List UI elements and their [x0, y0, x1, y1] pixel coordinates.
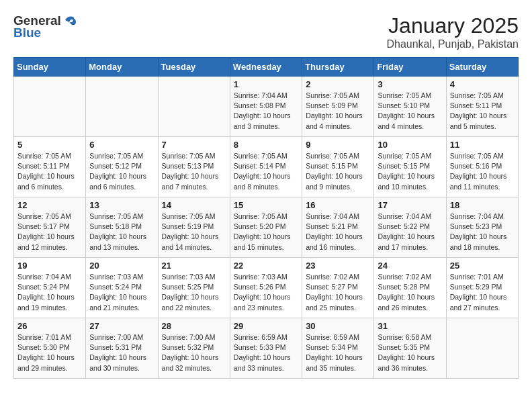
day-number: 23 — [306, 261, 370, 271]
weekday-header: Tuesday — [158, 58, 230, 77]
calendar-cell: 22Sunrise: 7:03 AM Sunset: 5:26 PM Dayli… — [230, 258, 302, 318]
calendar-cell: 9Sunrise: 7:05 AM Sunset: 5:15 PM Daylig… — [302, 137, 374, 197]
calendar-cell: 19Sunrise: 7:04 AM Sunset: 5:24 PM Dayli… — [14, 258, 86, 318]
day-info: Sunrise: 6:59 AM Sunset: 5:34 PM Dayligh… — [306, 332, 370, 373]
day-info: Sunrise: 7:05 AM Sunset: 5:19 PM Dayligh… — [162, 212, 226, 253]
day-number: 7 — [162, 140, 226, 150]
calendar-cell: 14Sunrise: 7:05 AM Sunset: 5:19 PM Dayli… — [158, 197, 230, 258]
day-number: 20 — [89, 261, 154, 271]
calendar-cell: 13Sunrise: 7:05 AM Sunset: 5:18 PM Dayli… — [86, 197, 158, 258]
day-number: 5 — [17, 140, 82, 150]
logo-blue-text: Blue — [13, 26, 41, 40]
calendar-week-row: 19Sunrise: 7:04 AM Sunset: 5:24 PM Dayli… — [14, 258, 519, 318]
calendar-week-row: 26Sunrise: 7:01 AM Sunset: 5:30 PM Dayli… — [14, 318, 519, 379]
day-info: Sunrise: 7:04 AM Sunset: 5:08 PM Dayligh… — [234, 91, 298, 132]
day-info: Sunrise: 7:05 AM Sunset: 5:20 PM Dayligh… — [234, 212, 298, 253]
calendar-cell: 7Sunrise: 7:05 AM Sunset: 5:13 PM Daylig… — [158, 137, 230, 197]
calendar-cell: 25Sunrise: 7:01 AM Sunset: 5:29 PM Dayli… — [446, 258, 518, 318]
day-info: Sunrise: 7:05 AM Sunset: 5:14 PM Dayligh… — [234, 151, 298, 192]
day-number: 10 — [378, 140, 442, 150]
weekday-header: Saturday — [446, 58, 518, 77]
calendar-cell — [158, 77, 230, 137]
day-number: 2 — [306, 79, 370, 89]
day-number: 11 — [450, 140, 515, 150]
calendar-cell: 23Sunrise: 7:02 AM Sunset: 5:27 PM Dayli… — [302, 258, 374, 318]
day-number: 4 — [450, 79, 515, 89]
day-info: Sunrise: 7:04 AM Sunset: 5:24 PM Dayligh… — [17, 272, 82, 313]
day-number: 3 — [378, 79, 442, 89]
day-info: Sunrise: 7:00 AM Sunset: 5:32 PM Dayligh… — [162, 332, 226, 373]
day-info: Sunrise: 7:05 AM Sunset: 5:15 PM Dayligh… — [306, 151, 370, 192]
calendar-cell: 31Sunrise: 6:58 AM Sunset: 5:35 PM Dayli… — [374, 318, 446, 379]
calendar-cell: 30Sunrise: 6:59 AM Sunset: 5:34 PM Dayli… — [302, 318, 374, 379]
calendar-cell: 16Sunrise: 7:04 AM Sunset: 5:21 PM Dayli… — [302, 197, 374, 258]
day-number: 21 — [162, 261, 226, 271]
day-number: 25 — [450, 261, 515, 271]
day-info: Sunrise: 7:03 AM Sunset: 5:24 PM Dayligh… — [89, 272, 154, 313]
day-number: 14 — [162, 200, 226, 210]
day-info: Sunrise: 7:05 AM Sunset: 5:09 PM Dayligh… — [306, 91, 370, 132]
day-info: Sunrise: 7:01 AM Sunset: 5:30 PM Dayligh… — [17, 332, 82, 373]
day-number: 24 — [378, 261, 442, 271]
day-info: Sunrise: 7:05 AM Sunset: 5:17 PM Dayligh… — [17, 212, 82, 253]
day-info: Sunrise: 7:04 AM Sunset: 5:21 PM Dayligh… — [306, 212, 370, 253]
day-info: Sunrise: 7:05 AM Sunset: 5:11 PM Dayligh… — [17, 151, 82, 192]
day-number: 18 — [450, 200, 515, 210]
day-info: Sunrise: 7:04 AM Sunset: 5:22 PM Dayligh… — [378, 212, 442, 253]
calendar-cell — [446, 318, 518, 379]
day-number: 28 — [162, 321, 226, 331]
day-info: Sunrise: 7:05 AM Sunset: 5:16 PM Dayligh… — [450, 151, 515, 192]
logo: General Blue — [13, 13, 77, 40]
day-number: 15 — [234, 200, 298, 210]
calendar-cell: 15Sunrise: 7:05 AM Sunset: 5:20 PM Dayli… — [230, 197, 302, 258]
day-number: 6 — [89, 140, 154, 150]
calendar-cell: 28Sunrise: 7:00 AM Sunset: 5:32 PM Dayli… — [158, 318, 230, 379]
day-info: Sunrise: 7:03 AM Sunset: 5:25 PM Dayligh… — [162, 272, 226, 313]
calendar-table: SundayMondayTuesdayWednesdayThursdayFrid… — [13, 57, 519, 379]
calendar-cell — [14, 77, 86, 137]
weekday-header: Friday — [374, 58, 446, 77]
calendar-cell: 1Sunrise: 7:04 AM Sunset: 5:08 PM Daylig… — [230, 77, 302, 137]
day-info: Sunrise: 7:04 AM Sunset: 5:23 PM Dayligh… — [450, 212, 515, 253]
calendar-subtitle: Dhaunkal, Punjab, Pakistan — [386, 38, 519, 50]
calendar-week-row: 12Sunrise: 7:05 AM Sunset: 5:17 PM Dayli… — [14, 197, 519, 258]
day-number: 19 — [17, 261, 82, 271]
calendar-title: January 2025 — [386, 13, 519, 38]
day-info: Sunrise: 7:05 AM Sunset: 5:12 PM Dayligh… — [89, 151, 154, 192]
day-info: Sunrise: 6:59 AM Sunset: 5:33 PM Dayligh… — [234, 332, 298, 373]
day-number: 17 — [378, 200, 442, 210]
day-number: 9 — [306, 140, 370, 150]
calendar-cell — [86, 77, 158, 137]
weekday-header: Monday — [86, 58, 158, 77]
day-info: Sunrise: 7:05 AM Sunset: 5:13 PM Dayligh… — [162, 151, 226, 192]
calendar-cell: 2Sunrise: 7:05 AM Sunset: 5:09 PM Daylig… — [302, 77, 374, 137]
calendar-cell: 5Sunrise: 7:05 AM Sunset: 5:11 PM Daylig… — [14, 137, 86, 197]
calendar-cell: 4Sunrise: 7:05 AM Sunset: 5:11 PM Daylig… — [446, 77, 518, 137]
day-number: 12 — [17, 200, 82, 210]
day-info: Sunrise: 7:00 AM Sunset: 5:31 PM Dayligh… — [89, 332, 154, 373]
calendar-cell: 27Sunrise: 7:00 AM Sunset: 5:31 PM Dayli… — [86, 318, 158, 379]
day-info: Sunrise: 7:03 AM Sunset: 5:26 PM Dayligh… — [234, 272, 298, 313]
day-number: 1 — [234, 79, 298, 89]
header-row: SundayMondayTuesdayWednesdayThursdayFrid… — [14, 58, 519, 77]
day-number: 22 — [234, 261, 298, 271]
logo-icon — [62, 13, 77, 28]
calendar-cell: 24Sunrise: 7:02 AM Sunset: 5:28 PM Dayli… — [374, 258, 446, 318]
day-number: 26 — [17, 321, 82, 331]
calendar-cell: 18Sunrise: 7:04 AM Sunset: 5:23 PM Dayli… — [446, 197, 518, 258]
day-info: Sunrise: 7:05 AM Sunset: 5:11 PM Dayligh… — [450, 91, 515, 132]
calendar-cell: 21Sunrise: 7:03 AM Sunset: 5:25 PM Dayli… — [158, 258, 230, 318]
day-info: Sunrise: 7:01 AM Sunset: 5:29 PM Dayligh… — [450, 272, 515, 313]
calendar-cell: 3Sunrise: 7:05 AM Sunset: 5:10 PM Daylig… — [374, 77, 446, 137]
day-info: Sunrise: 7:05 AM Sunset: 5:10 PM Dayligh… — [378, 91, 442, 132]
day-number: 16 — [306, 200, 370, 210]
day-info: Sunrise: 7:05 AM Sunset: 5:15 PM Dayligh… — [378, 151, 442, 192]
calendar-cell: 11Sunrise: 7:05 AM Sunset: 5:16 PM Dayli… — [446, 137, 518, 197]
calendar-cell: 12Sunrise: 7:05 AM Sunset: 5:17 PM Dayli… — [14, 197, 86, 258]
calendar-cell: 6Sunrise: 7:05 AM Sunset: 5:12 PM Daylig… — [86, 137, 158, 197]
day-number: 27 — [89, 321, 154, 331]
weekday-header: Thursday — [302, 58, 374, 77]
day-info: Sunrise: 7:05 AM Sunset: 5:18 PM Dayligh… — [89, 212, 154, 253]
calendar-cell: 26Sunrise: 7:01 AM Sunset: 5:30 PM Dayli… — [14, 318, 86, 379]
calendar-cell: 29Sunrise: 6:59 AM Sunset: 5:33 PM Dayli… — [230, 318, 302, 379]
